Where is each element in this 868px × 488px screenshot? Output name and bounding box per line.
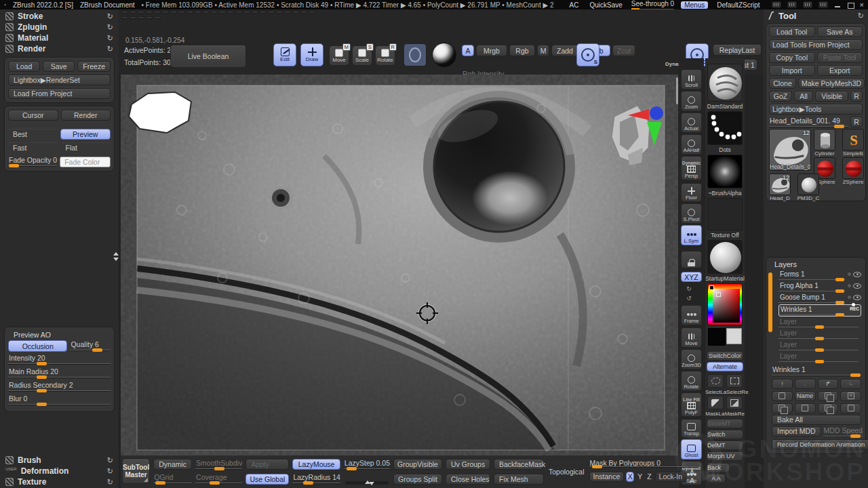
rotation-lock-button[interactable] (681, 251, 702, 268)
render-button[interactable]: Render (61, 110, 111, 121)
active-layer-slider[interactable]: Wrinkles 1 (772, 365, 861, 377)
lightbox-renderset-button[interactable]: Lightbox▶RenderSet (8, 75, 111, 85)
m-channel-button[interactable]: M (537, 45, 549, 56)
uv-groups-button[interactable]: Uv Groups (446, 459, 490, 470)
menu-item[interactable] (178, 11, 185, 14)
restore-config-icon[interactable]: ↻ (107, 12, 113, 21)
render-freeze-button[interactable]: Freeze (77, 61, 111, 72)
select-lasso-button[interactable] (707, 374, 724, 388)
mask-lasso-button[interactable] (707, 396, 724, 409)
menu-item[interactable] (211, 11, 218, 14)
aa-label[interactable]: A A (688, 468, 698, 485)
layer-up-button[interactable]: ↑ (772, 379, 793, 389)
current-stroke-thumb[interactable] (707, 111, 743, 145)
layer-delete-button[interactable] (840, 391, 861, 401)
mask-by-polygroups-slider[interactable]: Mask By Polygroups 0 (589, 459, 699, 468)
default-zscript-button[interactable]: DefaultZScript (715, 1, 762, 9)
close-holes-button[interactable]: Close Holes (446, 474, 490, 485)
ao-slider[interactable]: Blur 0 (8, 394, 111, 406)
menu-item[interactable] (300, 11, 307, 14)
panel-divider-handle[interactable] (112, 239, 119, 274)
mrgb-button[interactable]: Mrgb (476, 45, 507, 56)
layer-name-button[interactable]: Name (795, 391, 816, 401)
topological-button[interactable]: Topological (547, 468, 586, 476)
menus-toggle-button[interactable]: Menus (681, 1, 708, 9)
x-axis-button[interactable]: X (626, 472, 634, 482)
lazy-radius-slider[interactable]: LazyRadius 14 (292, 473, 340, 485)
render-save-button[interactable]: Save (43, 61, 75, 72)
menu-item[interactable] (121, 16, 128, 19)
render-section-item[interactable] (11, 176, 119, 186)
layer-row[interactable]: Forms 1 (778, 270, 861, 281)
save-as-button[interactable]: Save As (817, 26, 863, 37)
restore-config-icon[interactable]: ↻ (107, 34, 113, 43)
restore-config-icon[interactable]: ↻ (107, 45, 113, 54)
clone-button[interactable]: Clone (769, 78, 796, 89)
sculpt-brush-chip[interactable]: S (576, 43, 599, 66)
menu-item[interactable] (276, 11, 283, 14)
store-mt-button[interactable]: StoreMT (707, 419, 743, 428)
menu-item[interactable] (252, 11, 258, 14)
menu-item[interactable] (130, 16, 136, 19)
export-button[interactable]: Export (817, 65, 863, 76)
render-section-item[interactable] (11, 260, 119, 270)
color-picker[interactable] (707, 283, 743, 325)
layer-row[interactable]: Wrinkles 1 REC (778, 304, 861, 317)
layer-new-button[interactable] (772, 391, 793, 401)
ao-quality-slider[interactable]: Quality 6 (70, 340, 111, 352)
layer-visibility-eye-icon[interactable] (853, 272, 861, 277)
lazy-step-slider[interactable]: LazyStep 0.05 (344, 459, 390, 470)
goz-visible-button[interactable]: Visible (815, 91, 848, 102)
fast-render-button[interactable]: Fast (8, 142, 58, 153)
restore-config-icon[interactable]: ↻ (107, 478, 113, 487)
copy-tool-button[interactable]: Copy Tool (769, 52, 815, 63)
tool-section-item[interactable] (764, 214, 868, 224)
goz-all-button[interactable]: All (794, 91, 813, 102)
best-render-button[interactable]: Best (8, 129, 58, 140)
switch-color-button[interactable]: SwitchColor (707, 351, 743, 361)
menu-item[interactable] (121, 11, 128, 14)
layer-extra-button[interactable] (772, 403, 793, 413)
layer-copy-button[interactable] (818, 391, 839, 401)
ghost-button[interactable]: Ghost (681, 439, 702, 460)
quicksave-button[interactable]: QuickSave (587, 1, 624, 9)
smooth-subdiv-slider[interactable]: SmoothSubdiv (195, 459, 242, 470)
layer-visibility-eye-icon[interactable] (853, 283, 861, 289)
floor-button[interactable]: Floor (681, 183, 702, 202)
layer-row[interactable]: Layer (778, 329, 861, 340)
back-button[interactable]: Back (707, 463, 730, 472)
bottom-scrollbar[interactable] (345, 481, 389, 485)
zoom-button[interactable]: Zoom (681, 91, 702, 111)
menu-item[interactable] (186, 11, 193, 14)
group-visible-button[interactable]: GroupVisible (393, 459, 442, 470)
fix-mesh-button[interactable]: Fix Mesh (494, 474, 544, 485)
lsym-button[interactable]: L.Sym (681, 225, 702, 245)
tool-r-button[interactable]: R (850, 117, 863, 127)
layer-down-button[interactable]: ↓ (795, 379, 816, 389)
menu-item[interactable] (260, 11, 267, 14)
edit-button[interactable]: Edit (273, 43, 296, 66)
layer-row[interactable]: Goose Bump 1 (778, 293, 861, 304)
scale-button[interactable]: S Scale (352, 45, 372, 66)
switch-mt-button[interactable]: Switch (707, 430, 743, 439)
morph-uv-button[interactable]: Morph UV (707, 451, 743, 461)
layer-row[interactable]: Layer (778, 317, 861, 328)
make-polymesh3d-button[interactable]: Make PolyMesh3D (798, 78, 865, 89)
menu-item[interactable] (235, 11, 242, 14)
menu-item[interactable] (284, 11, 291, 14)
menu-item[interactable] (170, 11, 177, 14)
layer-extra-button[interactable] (818, 403, 839, 413)
render-section-item[interactable] (11, 439, 119, 451)
layers-scroll-indicator[interactable] (768, 272, 772, 332)
palette-brush[interactable]: Brush ↻ (0, 455, 119, 466)
menu-item[interactable] (195, 11, 201, 14)
lock-in-button[interactable]: Lock-In (655, 472, 686, 482)
tool-section-item[interactable] (764, 203, 868, 214)
ao-slider[interactable]: Intensity 20 (8, 354, 111, 365)
sculpt-viewport[interactable] (121, 75, 678, 455)
rotate-y-constraint-icon[interactable]: ↻ (684, 284, 694, 293)
alternate-button[interactable]: Alternate (707, 362, 743, 371)
secondary-color-swatch[interactable] (726, 328, 742, 344)
current-alpha-thumb[interactable] (707, 155, 743, 188)
apply-button[interactable]: Apply (245, 459, 289, 470)
